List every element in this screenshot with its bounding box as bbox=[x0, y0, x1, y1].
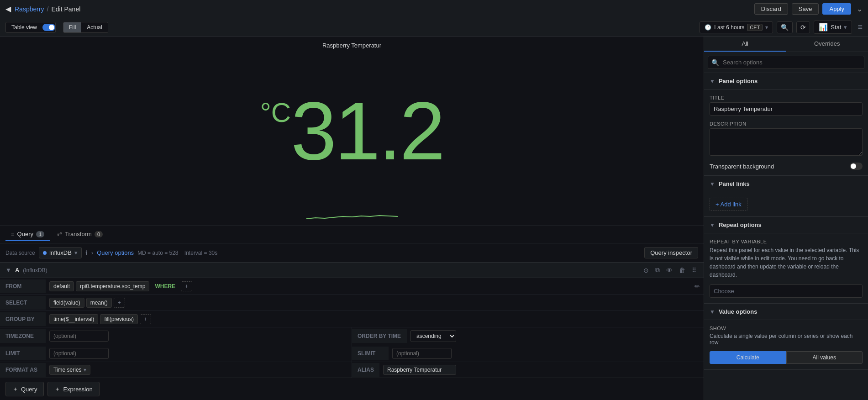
visualization-picker[interactable]: 📊 Stat ▾ bbox=[814, 21, 852, 34]
overrides-tab[interactable]: Overrides bbox=[786, 37, 868, 52]
add-expression-button[interactable]: ＋ Expression bbox=[47, 382, 99, 396]
groupby-add-btn[interactable]: + bbox=[140, 314, 151, 324]
timezone-col: TIMEZONE bbox=[0, 327, 352, 345]
from-edit-button[interactable]: ✏ bbox=[691, 281, 704, 292]
panel-links-title: Panel links bbox=[719, 180, 750, 187]
breadcrumb-page: Edit Panel bbox=[51, 5, 80, 13]
right-panel-expand-icon[interactable]: ≡ bbox=[857, 22, 863, 32]
datasource-indicator bbox=[43, 251, 47, 255]
search-input[interactable] bbox=[708, 56, 864, 69]
repeat-options-chevron: ▼ bbox=[710, 222, 715, 228]
actual-button[interactable]: Actual bbox=[81, 22, 107, 32]
formatas-select[interactable]: Time series ▾ bbox=[49, 365, 90, 375]
stat-unit: °C bbox=[260, 99, 291, 126]
formatas-chevron: ▾ bbox=[84, 367, 86, 373]
discard-button[interactable]: Discard bbox=[754, 3, 788, 15]
all-tab[interactable]: All bbox=[704, 37, 786, 52]
refresh-button[interactable]: ⟳ bbox=[796, 21, 810, 33]
datasource-chevron: ▾ bbox=[74, 249, 78, 256]
formatas-col: FORMAT AS Time series ▾ bbox=[0, 362, 352, 378]
slimit-col: SLIMIT bbox=[352, 345, 704, 362]
formatas-label: FORMAT AS bbox=[0, 363, 46, 377]
table-view-toggle[interactable] bbox=[42, 24, 55, 31]
zoom-button[interactable]: 🔍 bbox=[777, 21, 793, 33]
datasource-info-icon[interactable]: ℹ bbox=[85, 249, 88, 257]
data-source-label: Data source bbox=[5, 250, 35, 256]
back-icon[interactable]: ◀ bbox=[5, 5, 11, 13]
value-options-header[interactable]: ▼ Value options bbox=[704, 304, 868, 320]
row-actions: ⊙ ⧉ 👁 🗑 ⠿ bbox=[642, 265, 698, 275]
expand-icon[interactable]: ⌄ bbox=[857, 5, 863, 13]
where-add-btn[interactable]: + bbox=[181, 281, 192, 291]
apply-button[interactable]: Apply bbox=[822, 3, 851, 15]
calculate-button[interactable]: Calculate bbox=[710, 351, 786, 364]
drag-icon[interactable]: ⠿ bbox=[690, 265, 698, 275]
save-button[interactable]: Save bbox=[792, 3, 819, 15]
from-table-chip[interactable]: rpi0.temperature.soc_temp bbox=[76, 281, 149, 291]
panel-links-header[interactable]: ▼ Panel links bbox=[704, 176, 868, 192]
add-query-button[interactable]: ＋ Query bbox=[5, 382, 44, 396]
panel-links-body: + Add link bbox=[704, 192, 868, 217]
breadcrumb-separator: / bbox=[47, 5, 49, 13]
description-field-group: Description bbox=[710, 121, 863, 157]
from-row: FROM default rpi0.temperature.soc_temp W… bbox=[0, 278, 704, 295]
alias-content bbox=[379, 362, 704, 378]
eye-icon[interactable]: 👁 bbox=[664, 265, 674, 275]
select-label: SELECT bbox=[0, 296, 46, 310]
groupby-fill-chip[interactable]: fill(previous) bbox=[100, 314, 138, 324]
duplicate-icon[interactable]: ⊙ bbox=[642, 265, 651, 275]
time-range-picker[interactable]: 🕐 Last 6 hours CET ▾ bbox=[700, 21, 773, 33]
stat-icon: 📊 bbox=[819, 23, 828, 32]
time-range-chevron: ▾ bbox=[765, 24, 768, 31]
limit-col: LIMIT bbox=[0, 345, 352, 362]
query-options-link[interactable]: Query options bbox=[97, 249, 134, 256]
repeat-options-header[interactable]: ▼ Repeat options bbox=[704, 217, 868, 233]
query-inspector-button[interactable]: Query inspector bbox=[644, 247, 698, 258]
add-link-button[interactable]: + Add link bbox=[710, 198, 747, 211]
datasource-selector[interactable]: InfluxDB ▾ bbox=[39, 247, 82, 258]
title-input[interactable] bbox=[710, 102, 863, 116]
search-wrapper: 🔍 bbox=[708, 56, 864, 69]
fill-actual-toggle: Fill Actual bbox=[63, 22, 108, 33]
query-toolbar: Data source InfluxDB ▾ ℹ › Query options… bbox=[0, 243, 704, 263]
alias-input[interactable] bbox=[383, 365, 456, 375]
groupby-time-chip[interactable]: time($__interval) bbox=[49, 314, 98, 324]
groupby-label: GROUP BY bbox=[0, 312, 46, 326]
all-values-button[interactable]: All values bbox=[786, 351, 863, 364]
limit-slimit-row: LIMIT SLIMIT bbox=[0, 345, 704, 362]
alias-label: ALIAS bbox=[352, 363, 379, 377]
table-view-button[interactable]: Table view bbox=[6, 22, 42, 32]
query-tab-badge: 1 bbox=[36, 231, 44, 237]
show-description: Calculate a single value per column or s… bbox=[710, 333, 863, 346]
limit-input[interactable] bbox=[49, 348, 109, 359]
slimit-input[interactable] bbox=[392, 348, 452, 359]
transparent-bg-toggle[interactable] bbox=[850, 163, 863, 170]
limit-content bbox=[46, 345, 352, 362]
delete-icon[interactable]: 🗑 bbox=[677, 265, 687, 275]
transform-tab[interactable]: ⇄ Transform 0 bbox=[52, 228, 108, 241]
repeat-variable-select[interactable]: Choose bbox=[710, 284, 863, 298]
stat-value-container: °C 31.2 bbox=[260, 90, 444, 172]
panel-options-tabs: All Overrides bbox=[704, 37, 868, 52]
breadcrumb-root[interactable]: Raspberry bbox=[15, 5, 44, 13]
md-info: MD = auto = 528 bbox=[137, 250, 178, 256]
transparent-bg-row: Transparent background bbox=[710, 163, 863, 170]
datasource-name: InfluxDB bbox=[49, 249, 72, 256]
interval-info: Interval = 30s bbox=[184, 250, 217, 256]
stat-chevron: ▾ bbox=[844, 24, 847, 31]
select-add-btn[interactable]: + bbox=[114, 298, 125, 308]
collapse-icon[interactable]: ▼ bbox=[5, 267, 11, 274]
add-query-icon: ＋ bbox=[12, 385, 18, 393]
description-textarea[interactable] bbox=[710, 128, 863, 156]
select-mean-chip[interactable]: mean() bbox=[86, 298, 112, 308]
title-field-label: Title bbox=[710, 95, 863, 100]
panel-options-body: Title Description Transparent background bbox=[704, 89, 868, 176]
from-default-chip[interactable]: default bbox=[49, 281, 74, 291]
panel-options-header[interactable]: ▼ Panel options bbox=[704, 73, 868, 89]
fill-button[interactable]: Fill bbox=[63, 22, 81, 32]
timezone-input[interactable] bbox=[49, 331, 109, 342]
select-field-chip[interactable]: field(value) bbox=[49, 298, 84, 308]
copy-icon[interactable]: ⧉ bbox=[653, 265, 662, 275]
query-tab[interactable]: ≡ Query 1 bbox=[5, 228, 50, 241]
orderby-select[interactable]: ascending descending bbox=[410, 330, 456, 342]
